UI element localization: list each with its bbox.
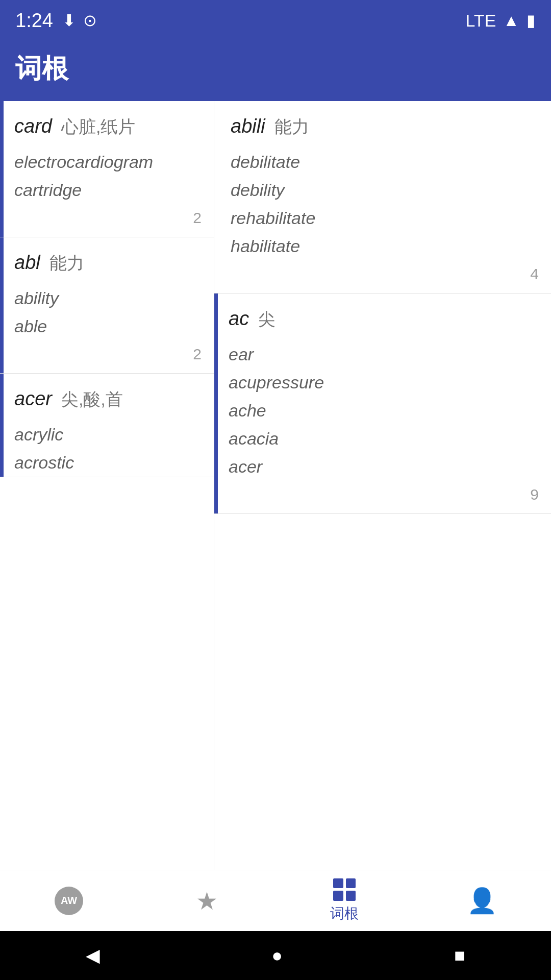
root-examples-abl: ability able xyxy=(0,284,214,340)
signal-icon: ▲ xyxy=(503,11,519,30)
example-acer-right: acer xyxy=(229,453,539,481)
example-electrocardiogram: electrocardiogram xyxy=(14,148,202,176)
media-icon: ⊙ xyxy=(83,11,97,30)
grid-icon xyxy=(333,878,356,901)
root-count-abili: 4 xyxy=(214,260,551,293)
root-header-card: card 心脏,纸片 xyxy=(0,101,214,148)
app-header: 词根 xyxy=(0,41,551,101)
root-word-abili: abili xyxy=(231,115,265,137)
root-meaning-abili: 能力 xyxy=(274,115,309,139)
root-examples-acer: acrylic acrostic xyxy=(0,421,214,477)
android-recent-button[interactable]: ■ xyxy=(454,945,465,966)
root-count-abl: 2 xyxy=(0,340,214,373)
root-header-abili: abili 能力 xyxy=(214,101,551,148)
root-card-acer[interactable]: acer 尖,酸,首 acrylic acrostic xyxy=(0,374,214,477)
root-header-abl: abl 能力 xyxy=(0,237,214,284)
example-ear: ear xyxy=(229,340,539,369)
android-home-button[interactable]: ● xyxy=(271,945,283,966)
root-meaning-acer: 尖,酸,首 xyxy=(61,388,123,411)
page-title: 词根 xyxy=(15,54,68,83)
example-debility: debility xyxy=(231,176,539,204)
root-meaning-card: 心脏,纸片 xyxy=(61,115,135,139)
star-icon: ★ xyxy=(196,887,218,915)
example-acacia: acacia xyxy=(229,425,539,453)
status-right: LTE ▲ ▮ xyxy=(465,11,536,31)
root-meaning-ac: 尖 xyxy=(258,308,276,331)
root-examples-abili: debilitate debility rehabilitate habilit… xyxy=(214,148,551,260)
example-acrostic: acrostic xyxy=(14,449,202,477)
right-column: abili 能力 debilitate debility rehabilitat… xyxy=(214,101,551,870)
example-habilitate: habilitate xyxy=(231,232,539,260)
roots-nav-label: 词根 xyxy=(330,904,359,923)
root-card-abili[interactable]: abili 能力 debilitate debility rehabilitat… xyxy=(214,101,551,293)
main-content: card 心脏,纸片 electrocardiogram cartridge 2… xyxy=(0,101,551,870)
root-count-card: 2 xyxy=(0,204,214,237)
example-ache: ache xyxy=(229,397,539,425)
download-icon: ⬇ xyxy=(62,11,76,30)
example-ability: ability xyxy=(14,284,202,312)
left-column: card 心脏,纸片 electrocardiogram cartridge 2… xyxy=(0,101,214,870)
root-header-acer: acer 尖,酸,首 xyxy=(0,374,214,421)
aw-logo-icon: AW xyxy=(55,887,83,915)
root-word-card: card xyxy=(14,115,52,137)
root-card-ac[interactable]: ac 尖 ear acupressure ache acacia acer 9 xyxy=(214,293,551,514)
nav-item-aw[interactable]: AW xyxy=(18,887,120,915)
root-examples-ac: ear acupressure ache acacia acer xyxy=(214,340,551,481)
root-word-abl: abl xyxy=(14,252,40,274)
root-count-ac: 9 xyxy=(214,481,551,513)
bottom-nav: AW ★ 词根 👤 xyxy=(0,870,551,931)
root-word-acer: acer xyxy=(14,388,52,410)
root-card-abl[interactable]: abl 能力 ability able 2 xyxy=(0,237,214,374)
battery-icon: ▮ xyxy=(527,11,536,30)
nav-item-profile[interactable]: 👤 xyxy=(431,887,533,915)
root-word-ac: ac xyxy=(229,308,249,330)
example-acrylic: acrylic xyxy=(14,421,202,449)
nav-item-roots[interactable]: 词根 xyxy=(293,878,395,923)
android-nav: ◀ ● ■ xyxy=(0,931,551,980)
root-meaning-abl: 能力 xyxy=(49,252,84,275)
lte-label: LTE xyxy=(465,11,496,31)
root-card-card[interactable]: card 心脏,纸片 electrocardiogram cartridge 2 xyxy=(0,101,214,237)
root-header-ac: ac 尖 xyxy=(214,293,551,340)
example-rehabilitate: rehabilitate xyxy=(231,204,539,232)
status-time: 1:24 xyxy=(15,10,53,32)
example-cartridge: cartridge xyxy=(14,176,202,204)
example-able: able xyxy=(14,312,202,340)
example-debilitate: debilitate xyxy=(231,148,539,176)
nav-item-favorites[interactable]: ★ xyxy=(156,887,258,915)
example-acupressure: acupressure xyxy=(229,369,539,397)
root-examples-card: electrocardiogram cartridge xyxy=(0,148,214,204)
status-icons: ⬇ ⊙ xyxy=(62,11,97,30)
status-left: 1:24 ⬇ ⊙ xyxy=(15,10,97,32)
status-bar: 1:24 ⬇ ⊙ LTE ▲ ▮ xyxy=(0,0,551,41)
person-icon: 👤 xyxy=(467,887,497,915)
android-back-button[interactable]: ◀ xyxy=(86,945,100,966)
